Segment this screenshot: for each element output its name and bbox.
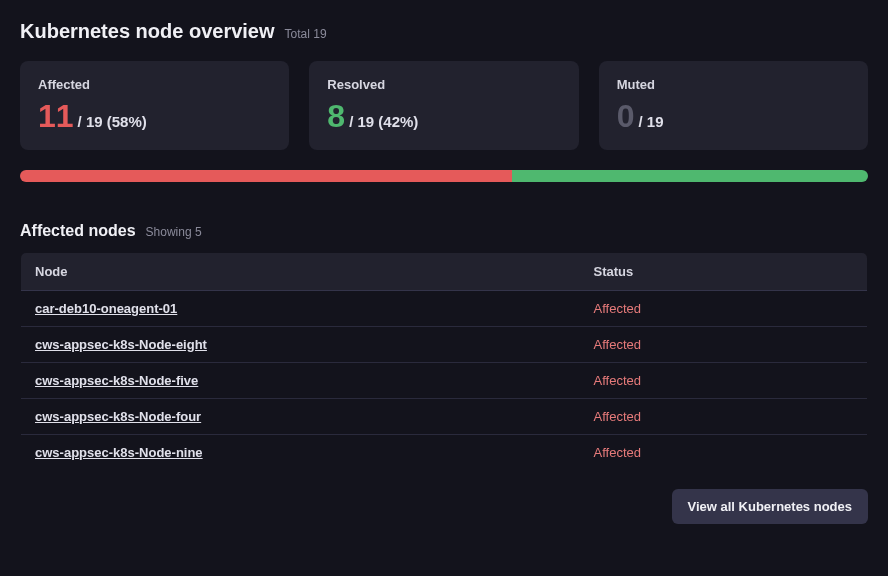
section-subtitle: Showing 5: [146, 225, 202, 239]
table-row: car-deb10-oneagent-01Affected: [21, 291, 868, 327]
cell-status: Affected: [580, 363, 868, 399]
table-row: cws-appsec-k8s-Node-nineAffected: [21, 435, 868, 471]
cell-status: Affected: [580, 291, 868, 327]
node-link[interactable]: car-deb10-oneagent-01: [35, 301, 177, 316]
card-affected-label: Affected: [38, 77, 271, 92]
card-muted-label: Muted: [617, 77, 850, 92]
table-row: cws-appsec-k8s-Node-eightAffected: [21, 327, 868, 363]
table-row: cws-appsec-k8s-Node-fourAffected: [21, 399, 868, 435]
th-node: Node: [21, 253, 580, 291]
card-muted: Muted 0 / 19: [599, 61, 868, 150]
page-title: Kubernetes node overview: [20, 20, 275, 43]
section-title: Affected nodes: [20, 222, 136, 240]
table-header-row: Node Status: [21, 253, 868, 291]
th-status: Status: [580, 253, 868, 291]
summary-cards: Affected 11 / 19 (58%) Resolved 8 / 19 (…: [20, 61, 868, 150]
affected-count: 11: [38, 100, 74, 132]
view-all-button[interactable]: View all Kubernetes nodes: [672, 489, 868, 524]
card-resolved-label: Resolved: [327, 77, 560, 92]
progress-bar: [20, 170, 868, 182]
node-link[interactable]: cws-appsec-k8s-Node-nine: [35, 445, 203, 460]
cell-status: Affected: [580, 399, 868, 435]
cell-node: cws-appsec-k8s-Node-five: [21, 363, 580, 399]
resolved-count: 8: [327, 100, 345, 132]
resolved-rest: / 19 (42%): [349, 113, 418, 130]
section-header: Affected nodes Showing 5: [20, 222, 868, 240]
cell-status: Affected: [580, 435, 868, 471]
affected-nodes-table: Node Status car-deb10-oneagent-01Affecte…: [20, 252, 868, 471]
table-row: cws-appsec-k8s-Node-fiveAffected: [21, 363, 868, 399]
muted-count: 0: [617, 100, 635, 132]
progress-affected: [20, 170, 512, 182]
node-link[interactable]: cws-appsec-k8s-Node-four: [35, 409, 201, 424]
card-resolved: Resolved 8 / 19 (42%): [309, 61, 578, 150]
cell-node: cws-appsec-k8s-Node-four: [21, 399, 580, 435]
cell-node: car-deb10-oneagent-01: [21, 291, 580, 327]
cell-node: cws-appsec-k8s-Node-eight: [21, 327, 580, 363]
card-affected-value: 11 / 19 (58%): [38, 100, 271, 132]
footer: View all Kubernetes nodes: [20, 489, 868, 524]
muted-rest: / 19: [638, 113, 663, 130]
affected-rest: / 19 (58%): [78, 113, 147, 130]
cell-status: Affected: [580, 327, 868, 363]
node-link[interactable]: cws-appsec-k8s-Node-five: [35, 373, 198, 388]
node-link[interactable]: cws-appsec-k8s-Node-eight: [35, 337, 207, 352]
card-muted-value: 0 / 19: [617, 100, 850, 132]
card-resolved-value: 8 / 19 (42%): [327, 100, 560, 132]
card-affected: Affected 11 / 19 (58%): [20, 61, 289, 150]
cell-node: cws-appsec-k8s-Node-nine: [21, 435, 580, 471]
page-header: Kubernetes node overview Total 19: [20, 20, 868, 43]
page-subtitle: Total 19: [285, 27, 327, 41]
progress-resolved: [512, 170, 868, 182]
